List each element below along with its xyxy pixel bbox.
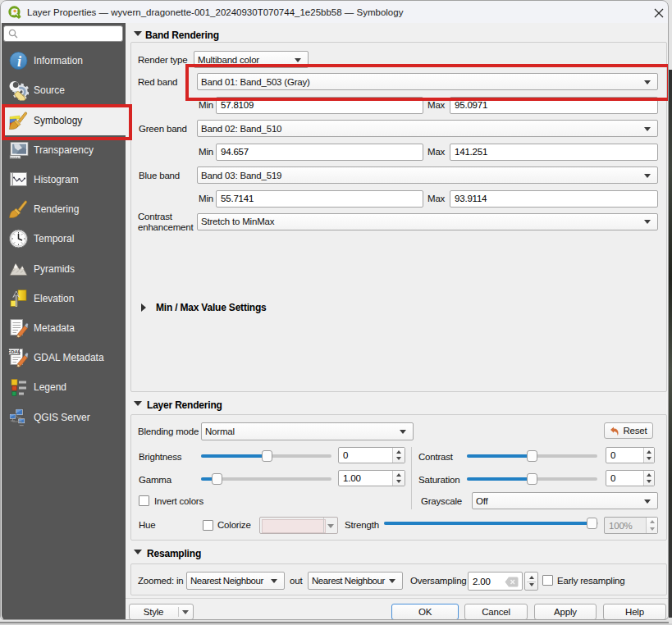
svg-text:GDAL: GDAL (8, 349, 21, 354)
svg-text:i: i (17, 53, 21, 70)
